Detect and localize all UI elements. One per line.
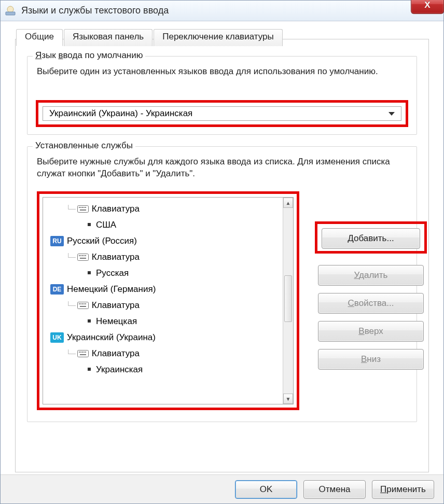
side-button-column: Удалить Свойства... Вверх Вниз	[318, 226, 424, 370]
group-desc: Выберите нужные службы для каждого языка…	[37, 156, 407, 180]
svg-rect-4	[80, 207, 81, 208]
services-tree-container: └─ Клавиатура США	[43, 197, 294, 404]
properties-button[interactable]: Свойства...	[318, 293, 424, 314]
tab-language-panel[interactable]: Языковая панель	[64, 29, 152, 46]
group-legend: Язык ввода по умолчанию	[33, 50, 145, 61]
scroll-down-button[interactable]: ▼	[283, 394, 293, 404]
svg-rect-8	[80, 209, 86, 211]
svg-rect-13	[84, 255, 85, 256]
tree-label: Немецкая	[96, 316, 137, 327]
svg-rect-26	[82, 352, 83, 353]
close-button[interactable]: X	[411, 0, 444, 14]
tree-language-node[interactable]: DE Немецкий (Германия)	[45, 281, 282, 297]
dialog-window: Языки и службы текстового ввода X Общие …	[0, 0, 444, 504]
remove-button[interactable]: Удалить	[318, 265, 424, 286]
tree-connector-icon: └─	[66, 205, 75, 213]
move-down-button[interactable]: Вниз	[318, 349, 424, 370]
lang-badge-de-icon: DE	[50, 284, 64, 295]
keyboard-icon	[77, 205, 89, 213]
button-label: Отмена	[319, 484, 351, 495]
svg-rect-23	[77, 350, 88, 357]
svg-rect-5	[82, 207, 83, 208]
keyboard-icon	[77, 254, 89, 261]
tree-label: Клавиатура	[92, 252, 140, 262]
default-language-combo[interactable]: Украинский (Украина) - Украинская	[43, 106, 401, 121]
services-tree[interactable]: └─ Клавиатура США	[43, 198, 283, 404]
svg-rect-11	[80, 255, 81, 256]
tree-layout-node[interactable]: Немецкая	[45, 313, 282, 329]
svg-rect-3	[79, 207, 80, 208]
tree-label: Русская	[96, 268, 129, 278]
bullet-icon	[88, 223, 91, 226]
tree-label: Украинский (Украина)	[67, 332, 156, 343]
tree-label: Немецкий (Германия)	[67, 284, 156, 295]
tree-label: Клавиатура	[92, 348, 140, 359]
svg-rect-9	[77, 254, 88, 260]
app-icon	[5, 5, 16, 17]
svg-rect-18	[80, 303, 81, 304]
add-placeholder	[318, 226, 424, 258]
tree-label: Клавиатура	[92, 300, 140, 311]
highlight-combo: Украинский (Украина) - Украинская	[36, 100, 408, 127]
bullet-icon	[88, 319, 91, 323]
svg-rect-21	[85, 303, 86, 304]
close-icon: X	[424, 0, 430, 10]
group-desc: Выберите один из установленных языков вв…	[37, 66, 407, 78]
window-title: Языки и службы текстового ввода	[21, 5, 169, 16]
svg-rect-2	[77, 205, 88, 212]
tab-keyboard-switch[interactable]: Переключение клавиатуры	[154, 29, 282, 46]
svg-rect-24	[79, 352, 80, 353]
svg-rect-14	[85, 255, 86, 256]
tab-label: Переключение клавиатуры	[162, 32, 273, 41]
svg-rect-15	[80, 258, 86, 259]
svg-rect-16	[77, 302, 88, 309]
button-label: OK	[260, 484, 273, 495]
tree-layout-node[interactable]: США	[45, 217, 282, 233]
titlebar: Языки и службы текстового ввода X	[1, 1, 443, 21]
tree-keyboard-node[interactable]: └─ Клавиатура	[45, 249, 282, 265]
tab-label: Общие	[25, 32, 54, 41]
scroll-up-button[interactable]: ▲	[283, 198, 293, 208]
group-default-language: Язык ввода по умолчанию Выберите один из…	[27, 56, 417, 135]
svg-rect-10	[79, 255, 80, 256]
tab-general[interactable]: Общие	[16, 29, 63, 46]
lang-badge-ru-icon: RU	[50, 236, 64, 246]
bullet-icon	[88, 368, 91, 371]
tab-label: Языковая панель	[73, 32, 144, 41]
dialog-button-bar: OK Отмена Применить	[1, 474, 443, 503]
client-area: Общие Языковая панель Переключение клави…	[5, 25, 439, 472]
tree-connector-icon: └─	[66, 349, 75, 358]
tree-keyboard-node[interactable]: └─ Клавиатура	[45, 345, 282, 361]
tree-label: Украинская	[96, 365, 143, 375]
cancel-button[interactable]: Отмена	[303, 480, 366, 499]
tab-panel: Язык ввода по умолчанию Выберите один из…	[15, 39, 429, 472]
tree-keyboard-node[interactable]: └─ Клавиатура	[45, 201, 282, 217]
svg-rect-19	[82, 303, 83, 304]
svg-rect-6	[84, 207, 85, 208]
tree-keyboard-node[interactable]: └─ Клавиатура	[45, 297, 282, 313]
tree-label: Русский (Россия)	[67, 236, 137, 246]
svg-rect-25	[80, 352, 81, 353]
group-legend: Установленные службы	[33, 141, 135, 151]
apply-button[interactable]: Применить	[372, 480, 434, 499]
chevron-down-icon	[388, 112, 395, 116]
highlight-tree: └─ Клавиатура США	[37, 191, 299, 410]
tree-language-node[interactable]: UK Украинский (Украина)	[45, 329, 282, 345]
svg-rect-28	[85, 352, 86, 353]
tree-layout-node[interactable]: Украинская	[45, 361, 282, 377]
tree-connector-icon: └─	[66, 253, 75, 261]
bullet-icon	[88, 271, 91, 274]
scroll-thumb[interactable]	[284, 275, 292, 322]
ok-button[interactable]: OK	[235, 480, 297, 499]
tree-language-node[interactable]: RU Русский (Россия)	[45, 233, 282, 249]
group-installed-services: Установленные службы Выберите нужные слу…	[27, 146, 417, 422]
svg-point-0	[7, 6, 13, 12]
tree-layout-node[interactable]: Русская	[45, 265, 282, 281]
svg-rect-12	[82, 255, 83, 256]
keyboard-icon	[77, 302, 89, 309]
lang-badge-uk-icon: UK	[50, 332, 64, 343]
tree-label: Клавиатура	[92, 204, 140, 214]
move-up-button[interactable]: Вверх	[318, 321, 424, 342]
svg-rect-1	[6, 12, 15, 15]
tree-scrollbar[interactable]: ▲ ▼	[283, 198, 293, 404]
